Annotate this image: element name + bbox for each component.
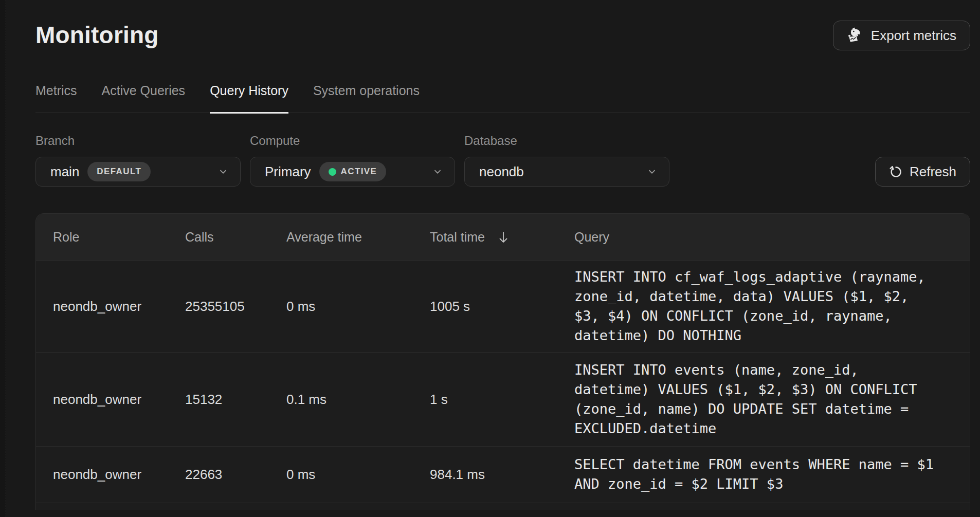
compute-label: Compute — [250, 134, 455, 148]
tab-system-operations[interactable]: System operations — [313, 83, 420, 114]
total-time-header-label: Total time — [430, 230, 485, 245]
cell-total-time: 1 s — [430, 392, 574, 408]
page-title: Monitoring — [35, 21, 159, 49]
chevron-down-icon — [646, 166, 658, 177]
active-status-label: ACTIVE — [341, 167, 377, 177]
database-label: Database — [464, 134, 669, 148]
tab-bar: Metrics Active Queries Query History Sys… — [35, 83, 970, 113]
cell-role: neondb_owner — [53, 299, 185, 315]
export-metrics-button[interactable]: Export metrics — [833, 21, 970, 50]
cell-average-time: 0.1 ms — [286, 392, 430, 408]
cell-calls: 25355105 — [185, 299, 286, 315]
branch-value: main — [50, 164, 79, 180]
column-header-query[interactable]: Query — [574, 230, 970, 245]
cell-role: neondb_owner — [53, 467, 185, 483]
column-header-calls[interactable]: Calls — [185, 230, 286, 245]
cell-query: INSERT INTO cf_waf_logs_adaptive (raynam… — [574, 261, 940, 352]
filter-bar: Branch main DEFAULT Compute Primary ACTI… — [35, 134, 970, 187]
column-header-average-time[interactable]: Average time — [286, 230, 430, 245]
database-filter: Database neondb — [464, 134, 669, 187]
compute-select[interactable]: Primary ACTIVE — [250, 157, 455, 187]
active-status-dot-icon — [329, 168, 336, 176]
page-header: Monitoring Export metrics — [35, 0, 970, 50]
default-badge: DEFAULT — [87, 162, 151, 181]
cell-role: neondb_owner — [53, 392, 185, 408]
column-header-total-time[interactable]: Total time — [430, 230, 574, 245]
datadog-dog-icon — [847, 27, 864, 44]
refresh-button[interactable]: Refresh — [875, 157, 970, 187]
query-history-table: Role Calls Average time Total time Query… — [35, 213, 970, 510]
cell-average-time: 0 ms — [286, 299, 430, 315]
main-content: Monitoring Export metrics Metrics — [6, 0, 980, 517]
sort-descending-arrow-down-icon[interactable] — [497, 230, 510, 245]
branch-filter: Branch main DEFAULT — [35, 134, 241, 187]
cell-total-time: 1005 s — [430, 299, 574, 315]
table-row[interactable]: neondb_owner 15132 0.1 ms 1 s INSERT INT… — [36, 352, 970, 446]
tab-query-history[interactable]: Query History — [210, 83, 288, 114]
branch-label: Branch — [35, 134, 241, 148]
cell-calls: 15132 — [185, 392, 286, 408]
database-value: neondb — [479, 164, 524, 180]
column-header-role[interactable]: Role — [53, 230, 185, 245]
refresh-area: Refresh — [875, 157, 970, 187]
tab-active-queries[interactable]: Active Queries — [102, 83, 186, 114]
table-row-partial — [36, 503, 970, 510]
chevron-down-icon — [432, 166, 443, 177]
export-metrics-label: Export metrics — [871, 28, 956, 44]
database-select[interactable]: neondb — [464, 157, 669, 187]
refresh-label: Refresh — [910, 164, 956, 180]
monitoring-page: Monitoring Export metrics Metrics — [0, 0, 980, 517]
cell-average-time: 0 ms — [286, 467, 430, 483]
cell-query: SELECT datetime FROM events WHERE name =… — [574, 449, 940, 501]
compute-filter: Compute Primary ACTIVE — [250, 134, 455, 187]
branch-select[interactable]: main DEFAULT — [35, 157, 241, 187]
chevron-down-icon — [217, 166, 229, 177]
table-header-row: Role Calls Average time Total time Query — [36, 214, 970, 261]
cell-query: INSERT INTO events (name, zone_id, datet… — [574, 354, 940, 445]
tab-metrics[interactable]: Metrics — [35, 83, 77, 114]
table-row[interactable]: neondb_owner 25355105 0 ms 1005 s INSERT… — [36, 261, 970, 352]
active-status-badge: ACTIVE — [319, 162, 387, 181]
table-row[interactable]: neondb_owner 22663 0 ms 984.1 ms SELECT … — [36, 446, 970, 503]
cell-calls: 22663 — [185, 467, 286, 483]
left-edge-divider[interactable] — [0, 0, 6, 517]
compute-value: Primary — [265, 164, 311, 180]
refresh-icon — [889, 165, 903, 179]
cell-total-time: 984.1 ms — [430, 467, 574, 483]
